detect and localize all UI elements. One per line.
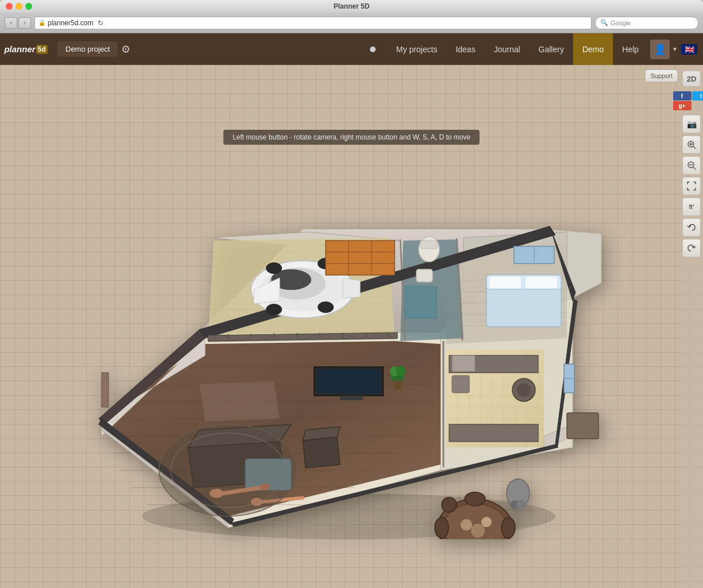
search-placeholder: Google: [611, 20, 631, 26]
facebook-button[interactable]: f: [673, 91, 692, 100]
svg-rect-126: [567, 413, 598, 439]
nav-avatar[interactable]: 👤: [650, 40, 670, 59]
svg-point-116: [516, 500, 526, 509]
undo-button[interactable]: [682, 218, 701, 237]
address-bar[interactable]: 🔒 planner5d.com ↻: [34, 17, 592, 29]
google-plus-button[interactable]: g+: [673, 101, 692, 110]
floor-plan-svg: [84, 126, 601, 539]
nav-ideas[interactable]: Ideas: [446, 33, 484, 65]
nav-dot[interactable]: [370, 47, 376, 52]
svg-rect-83: [489, 277, 521, 288]
social-buttons: f t g+: [673, 91, 704, 110]
twitter-button[interactable]: t: [692, 91, 704, 100]
svg-point-122: [396, 366, 405, 376]
svg-marker-67: [343, 278, 360, 298]
svg-point-68: [266, 262, 282, 274]
fullscreen-button[interactable]: [682, 177, 701, 195]
svg-line-143: [693, 146, 696, 149]
forward-button[interactable]: ›: [18, 17, 31, 29]
flag-icon[interactable]: 🇬🇧: [681, 44, 697, 55]
svg-rect-123: [395, 381, 401, 389]
svg-point-111: [461, 519, 472, 531]
screenshot-button[interactable]: 📷: [682, 115, 701, 133]
svg-point-71: [318, 301, 334, 313]
top-nav: planner 5d Demo project ⚙ My projects Id…: [0, 33, 703, 65]
logo-area: planner 5d: [6, 38, 46, 60]
browser-frame: Planner 5D ‹ › 🔒 planner5d.com ↻ 🔍 Googl…: [0, 0, 703, 588]
close-button[interactable]: [6, 3, 13, 10]
maximize-button[interactable]: [25, 3, 32, 10]
nav-chevron-icon[interactable]: ▼: [672, 46, 678, 52]
logo-text: planner: [4, 44, 35, 54]
svg-rect-118: [317, 369, 380, 393]
svg-rect-72: [326, 241, 395, 275]
nav-demo[interactable]: Demo: [573, 33, 613, 65]
browser-toolbar: ‹ › 🔒 planner5d.com ↻ 🔍 Google: [0, 13, 703, 33]
units-button[interactable]: ft': [682, 198, 701, 216]
nav-journal[interactable]: Journal: [485, 33, 530, 65]
nav-buttons: ‹ ›: [5, 17, 31, 29]
svg-rect-88: [449, 424, 538, 442]
2d-toggle-button[interactable]: 2D: [682, 71, 701, 87]
svg-rect-91: [452, 376, 469, 393]
support-button[interactable]: Support: [645, 69, 678, 82]
main-content: Support Left mouse button - rotate camer…: [0, 65, 703, 588]
browser-title: Planner 5D: [334, 2, 370, 10]
zoom-in-button[interactable]: [682, 136, 701, 154]
svg-point-107: [435, 517, 449, 538]
back-button[interactable]: ‹: [5, 17, 17, 29]
browser-titlebar: Planner 5D: [0, 0, 703, 13]
nav-help[interactable]: Help: [613, 33, 648, 65]
refresh-button[interactable]: ↻: [95, 18, 106, 28]
social-row-2: g+: [673, 101, 704, 110]
redo-icon: [687, 243, 696, 253]
nav-my-projects[interactable]: My projects: [387, 33, 447, 65]
svg-point-124: [159, 424, 297, 516]
undo-icon: [687, 223, 696, 232]
redo-button[interactable]: [682, 239, 701, 257]
address-text: planner5d.com: [48, 19, 93, 27]
svg-marker-101: [303, 437, 340, 468]
svg-rect-129: [102, 373, 109, 407]
svg-point-70: [266, 304, 282, 315]
floor-plan-container[interactable]: [11, 82, 674, 582]
svg-point-105: [465, 492, 485, 506]
logo-box[interactable]: planner 5d: [6, 38, 46, 60]
zoom-out-button[interactable]: [682, 156, 701, 175]
minimize-button[interactable]: [16, 3, 22, 10]
app-container: planner 5d Demo project ⚙ My projects Id…: [0, 33, 703, 588]
zoom-in-icon: [687, 140, 696, 149]
svg-point-109: [442, 497, 457, 512]
svg-rect-80: [405, 287, 437, 318]
svg-point-108: [501, 517, 515, 538]
svg-rect-79: [416, 269, 432, 282]
avatar-image: 👤: [654, 43, 666, 56]
svg-rect-92: [452, 355, 475, 372]
zoom-out-icon: [687, 161, 696, 170]
search-bar[interactable]: 🔍 Google: [595, 17, 698, 29]
svg-point-112: [471, 524, 485, 537]
settings-icon[interactable]: ⚙: [121, 43, 130, 56]
svg-line-146: [693, 167, 696, 169]
fullscreen-icon: [687, 181, 696, 191]
svg-marker-139: [199, 381, 280, 421]
svg-point-90: [517, 383, 531, 397]
svg-rect-78: [420, 241, 438, 249]
svg-rect-84: [526, 277, 557, 288]
window-controls: [6, 3, 32, 10]
svg-point-113: [481, 517, 492, 527]
right-sidebar: 2D f t g+ 📷: [680, 65, 703, 588]
lock-icon: 🔒: [38, 20, 45, 26]
nav-gallery[interactable]: Gallery: [530, 33, 573, 65]
social-row-1: f t: [673, 91, 704, 100]
logo-5d: 5d: [36, 45, 48, 54]
search-icon: 🔍: [600, 19, 608, 26]
project-name[interactable]: Demo project: [57, 41, 118, 57]
svg-rect-119: [340, 396, 363, 400]
nav-links: My projects Ideas Journal Gallery Demo H…: [387, 33, 648, 65]
